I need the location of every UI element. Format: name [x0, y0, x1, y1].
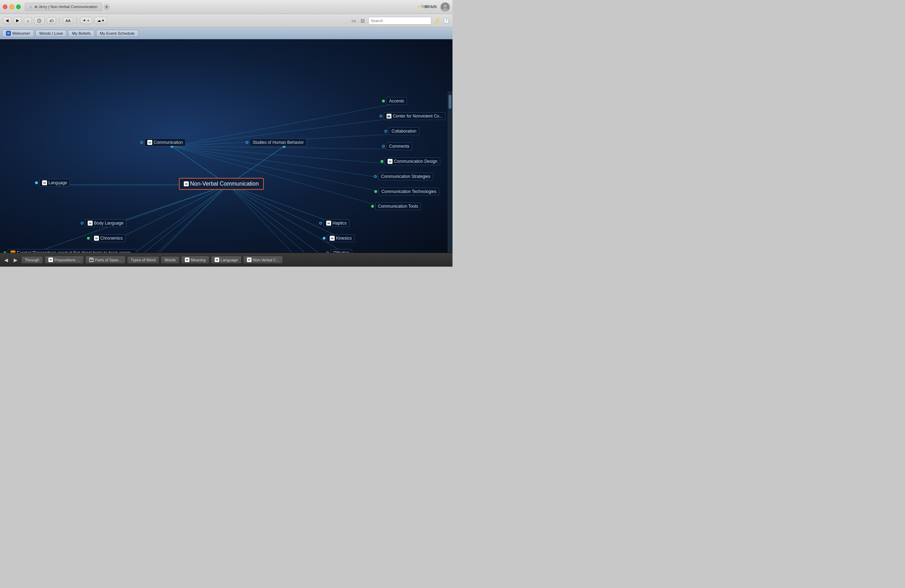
bottom-tab-through-label: Through — [25, 258, 39, 262]
forward-button[interactable]: ▶ — [13, 17, 22, 24]
dot-kinesics — [323, 237, 325, 240]
brain-logo: ⚡THE BRAIN — [417, 3, 438, 11]
wiki-icon-language-b: W — [215, 257, 219, 262]
wiki-icon-communication: W — [147, 140, 152, 145]
tab-welcome[interactable]: N Welcome! — [2, 29, 34, 37]
wiki-icon-nonverbal-b: W — [247, 257, 251, 262]
node-studies[interactable]: Studies of Human Behavior — [246, 138, 306, 146]
bottom-tab-meaning[interactable]: W Meaning — [181, 256, 210, 264]
node-body-language[interactable]: W Body Language — [81, 219, 126, 227]
bottom-tab-nonverbal-label: Non-Verbal C... — [253, 258, 279, 262]
tab-beliefs-label: My Beliefs — [72, 31, 90, 35]
search-box: ▭ ⊟ ⚡ 🕐 — [350, 17, 450, 25]
tab-bar: ⊛ ⊛ Jerry | Non-Verbal Communication + — [25, 3, 417, 11]
bottom-tab-nonverbal[interactable]: W Non-Verbal C... — [243, 256, 283, 264]
cloud-button[interactable]: ☁ ▾ — [94, 17, 107, 24]
bottom-bar: ◀ ▶ Through W Prepositions ... 📷 Parts o… — [0, 253, 452, 267]
node-comm-design-label: W Communication Design — [385, 157, 440, 165]
bottom-tab-prepositions-label: Prepositions ... — [54, 258, 80, 262]
minimize-button[interactable] — [10, 5, 14, 9]
tab-words-love-label: Words I Love — [39, 31, 63, 35]
title-bar-right: ⚡THE BRAIN — [417, 2, 450, 11]
dot-olfactics — [326, 251, 329, 253]
separator-2 — [76, 17, 77, 24]
window-controls — [3, 5, 21, 9]
node-comm-tech-label: Communication Technologies — [378, 188, 439, 195]
node-comm-strategies[interactable]: Communication Strategies — [374, 173, 433, 180]
node-comm-design[interactable]: W Communication Design — [381, 157, 440, 165]
dot-collaboration — [384, 130, 387, 133]
tag-button[interactable]: 🏷 — [47, 17, 56, 24]
svg-line-24 — [228, 185, 346, 240]
bottom-tab-prepositions[interactable]: W Prepositions ... — [44, 256, 84, 264]
svg-line-16 — [109, 185, 228, 225]
tab-events-label: My Event Schedule — [100, 31, 135, 35]
maximize-button[interactable] — [16, 5, 21, 9]
node-language[interactable]: W Language — [35, 179, 70, 187]
new-tab-button[interactable]: + — [103, 4, 110, 10]
node-communication[interactable]: W Communication — [140, 138, 186, 146]
svg-line-11 — [172, 146, 396, 149]
back-button[interactable]: ◀ — [3, 17, 11, 24]
bottom-tab-types-word[interactable]: Types of Word — [127, 256, 160, 264]
dot-comm-design — [381, 160, 383, 163]
home-button[interactable]: ⌂ — [24, 17, 32, 24]
bottom-tab-parts-speech[interactable]: 📷 Parts of Spee... — [85, 256, 125, 264]
dot-accents — [382, 100, 385, 102]
pin-button[interactable]: ✦ + — [80, 17, 92, 24]
node-kinesics[interactable]: W Kinesics — [323, 234, 355, 242]
wiki-icon-kinesics: W — [330, 236, 335, 241]
bottom-tab-language-label: Language — [221, 258, 238, 262]
nav-back-button[interactable]: ◀ — [2, 256, 10, 264]
bottom-tab-words-label: Words — [165, 258, 176, 262]
clock-icon[interactable]: 🕐 — [443, 17, 450, 24]
wiki-icon-comm-design: W — [387, 159, 392, 164]
node-nonviolent-label: 📷 Center for Nonviolent Co... — [384, 112, 446, 120]
img-icon-nonviolent: 📷 — [387, 114, 391, 119]
node-accents-label: Accents — [386, 97, 407, 105]
bottom-tab-language[interactable]: W Language — [211, 256, 242, 264]
thought-button[interactable] — [34, 17, 44, 25]
nav-forward-button[interactable]: ▶ — [11, 256, 20, 264]
title-bar: ⊛ ⊛ Jerry | Non-Verbal Communication + ⚡… — [0, 0, 452, 14]
bottom-tab-through[interactable]: Through — [21, 256, 43, 264]
scroll-thumb[interactable] — [449, 95, 451, 109]
wiki-icon-prepositions: W — [48, 257, 53, 262]
node-comm-tech[interactable]: Communication Technologies — [374, 188, 439, 195]
tab-events[interactable]: My Event Schedule — [96, 30, 138, 37]
close-button[interactable] — [3, 5, 7, 9]
rss-icon-eureka: ■ — [11, 251, 16, 253]
node-comm-tools[interactable]: Communication Tools — [371, 202, 421, 210]
wiki-icon-language: W — [42, 180, 47, 185]
bottom-tab-words[interactable]: Words — [160, 256, 179, 264]
node-comm-strategies-label: Communication Strategies — [378, 173, 433, 180]
svg-line-13 — [172, 146, 389, 179]
bottom-tab-meaning-label: Meaning — [191, 258, 206, 262]
node-collaboration[interactable]: Collaboration — [384, 127, 419, 135]
font-button[interactable]: AA — [63, 17, 74, 24]
node-comments[interactable]: Comments — [382, 143, 412, 150]
dot-haptics — [319, 222, 322, 224]
node-eureka[interactable]: ■ Eureka! Researchers conduct first dire… — [3, 249, 137, 253]
node-center[interactable]: W Non-Verbal Communication — [179, 178, 264, 190]
node-olfactics[interactable]: Olfactics — [326, 249, 352, 253]
bottom-tab-parts-speech-label: Parts of Spee... — [95, 258, 122, 262]
tab-beliefs[interactable]: My Beliefs — [68, 30, 94, 37]
node-haptics[interactable]: W Haptics — [319, 219, 349, 227]
node-collaboration-label: Collaboration — [389, 127, 419, 135]
monitor-icon[interactable]: ▭ — [350, 17, 357, 24]
wiki-icon-chronemics: W — [94, 236, 99, 241]
node-nonviolent[interactable]: 📷 Center for Nonviolent Co... — [379, 112, 446, 120]
svg-line-12 — [172, 146, 389, 164]
dot-communication — [140, 141, 143, 144]
browser-tab[interactable]: ⊛ ⊛ Jerry | Non-Verbal Communication — [25, 3, 102, 11]
node-accents[interactable]: Accents — [382, 97, 407, 105]
search-input[interactable] — [368, 17, 432, 25]
split-icon[interactable]: ⊟ — [359, 17, 366, 24]
node-olfactics-label: Olfactics — [330, 249, 352, 253]
lightning-icon[interactable]: ⚡ — [433, 17, 441, 24]
scrollbar[interactable] — [448, 91, 452, 253]
tab-words-love[interactable]: Words I Love — [35, 30, 67, 37]
node-comments-label: Comments — [386, 143, 412, 150]
node-chronemics[interactable]: W Chronemics — [87, 234, 125, 242]
